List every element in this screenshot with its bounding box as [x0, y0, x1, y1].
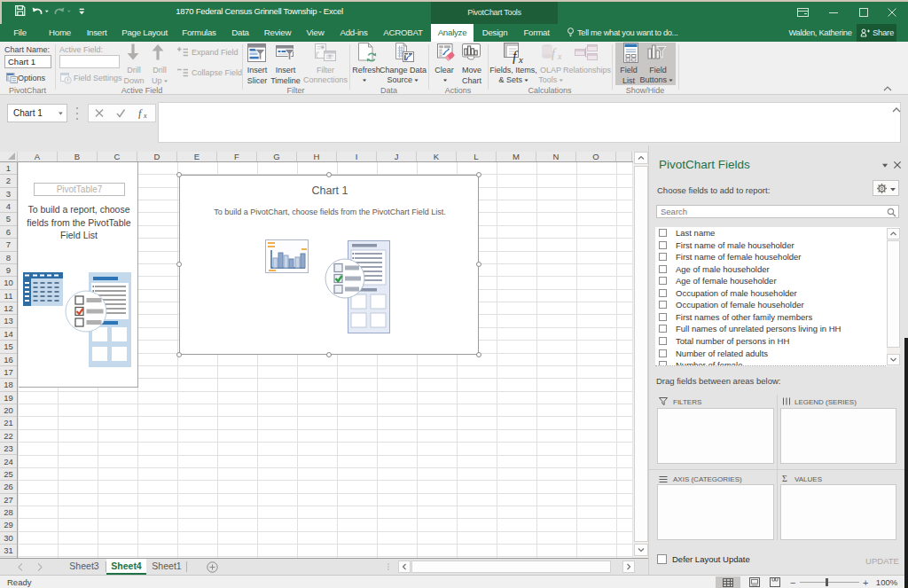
svg-text:x: x: [518, 54, 523, 64]
svg-text:f: f: [552, 47, 557, 60]
svg-text:x: x: [143, 112, 147, 119]
svg-text:f: f: [138, 107, 143, 119]
svg-text:x: x: [557, 51, 562, 61]
